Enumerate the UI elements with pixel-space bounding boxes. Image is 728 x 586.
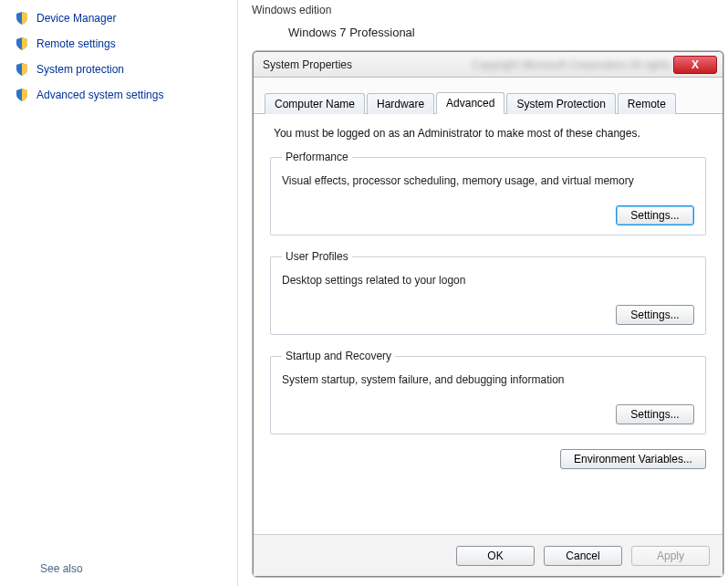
sidebar-link-device-manager[interactable]: Device Manager (9, 5, 228, 31)
system-properties-dialog: System Properties Copyright Microsoft Co… (253, 51, 723, 577)
group-legend: Startup and Recovery (282, 350, 395, 362)
os-name-label: Windows 7 Professional (252, 16, 717, 39)
admin-notice: You must be logged on as an Administrato… (274, 127, 706, 140)
dialog-title: System Properties (263, 58, 464, 71)
windows-edition-section: Windows edition Windows 7 Professional (241, 0, 728, 43)
tab-content-advanced: You must be logged on as an Administrato… (254, 114, 723, 486)
sidebar-link-label: Remote settings (36, 37, 116, 50)
environment-variables-button[interactable]: Environment Variables... (560, 449, 706, 469)
group-description: System startup, system failure, and debu… (282, 373, 694, 386)
group-performance: Performance Visual effects, processor sc… (270, 151, 706, 235)
startup-recovery-settings-button[interactable]: Settings... (616, 404, 694, 424)
shield-icon (15, 62, 29, 77)
tab-strip: Computer Name Hardware Advanced System P… (254, 78, 723, 114)
shield-icon (15, 37, 29, 51)
user-profiles-settings-button[interactable]: Settings... (616, 305, 694, 325)
shield-icon (15, 11, 29, 26)
tab-computer-name[interactable]: Computer Name (265, 93, 365, 114)
tab-advanced[interactable]: Advanced (436, 92, 504, 114)
tab-hardware[interactable]: Hardware (367, 93, 434, 114)
sidebar-link-system-protection[interactable]: System protection (9, 57, 228, 82)
cancel-button[interactable]: Cancel (544, 546, 622, 566)
group-startup-recovery: Startup and Recovery System startup, sys… (270, 350, 706, 434)
sidebar-link-label: Advanced system settings (36, 89, 163, 101)
ok-button[interactable]: OK (456, 546, 535, 566)
sidebar-link-label: System protection (36, 63, 124, 76)
group-description: Visual effects, processor scheduling, me… (282, 174, 694, 187)
vertical-divider (237, 0, 238, 586)
group-user-profiles: User Profiles Desktop settings related t… (270, 250, 706, 335)
sidebar-link-advanced-system-settings[interactable]: Advanced system settings (9, 82, 228, 108)
section-heading: Windows edition (252, 4, 717, 16)
control-panel-sidebar: Device Manager Remote settings System pr… (0, 0, 237, 586)
group-legend: User Profiles (282, 250, 352, 263)
apply-button[interactable]: Apply (631, 546, 710, 566)
see-also-label: See also (40, 562, 83, 575)
shield-icon (15, 88, 29, 102)
close-button[interactable]: X (673, 56, 717, 74)
close-icon: X (692, 58, 699, 71)
tab-system-protection[interactable]: System Protection (506, 93, 615, 114)
tab-remote[interactable]: Remote (618, 93, 676, 114)
performance-settings-button[interactable]: Settings... (616, 205, 694, 225)
dialog-footer: OK Cancel Apply (254, 534, 723, 576)
sidebar-link-remote-settings[interactable]: Remote settings (9, 31, 228, 57)
dialog-titlebar[interactable]: System Properties Copyright Microsoft Co… (254, 52, 723, 78)
blurred-background-text: Copyright Microsoft Corporation All righ… (472, 58, 673, 71)
group-description: Desktop settings related to your logon (282, 274, 694, 287)
group-legend: Performance (282, 151, 352, 163)
sidebar-link-label: Device Manager (36, 12, 116, 25)
